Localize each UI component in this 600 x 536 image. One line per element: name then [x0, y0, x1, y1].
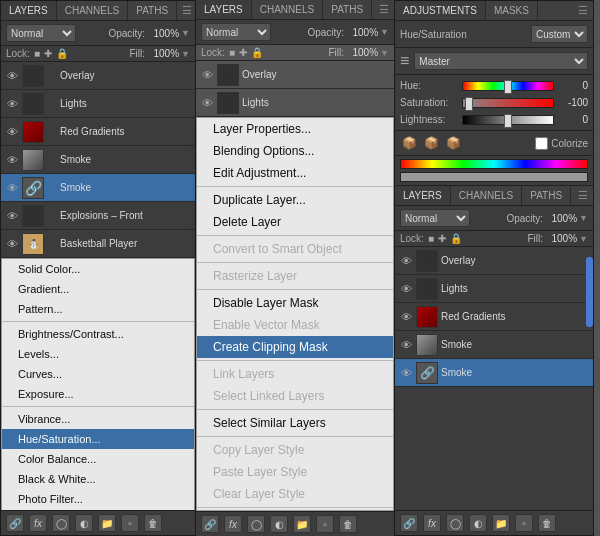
- eye-lights-right[interactable]: 👁: [399, 283, 413, 295]
- fx-btn-left[interactable]: fx: [29, 514, 47, 532]
- tab-paths-mid[interactable]: PATHS: [323, 0, 372, 19]
- tab-layers-right-bot[interactable]: LAYERS: [395, 186, 451, 205]
- tab-masks-right[interactable]: MASKS: [486, 1, 538, 20]
- lock-all-icon[interactable]: 🔒: [56, 48, 68, 59]
- eye-smoke2-left[interactable]: 👁: [5, 182, 19, 194]
- ctx-curves[interactable]: Curves...: [2, 364, 194, 384]
- ctx-create-clip[interactable]: Create Clipping Mask: [197, 336, 393, 358]
- fx-btn-right[interactable]: fx: [423, 514, 441, 532]
- link-layers-btn-mid[interactable]: 🔗: [201, 515, 219, 533]
- mask-btn-mid[interactable]: ◯: [247, 515, 265, 533]
- eye-smoke1-right[interactable]: 👁: [399, 339, 413, 351]
- new-layer-btn-mid[interactable]: ▫: [316, 515, 334, 533]
- panel-menu-mid[interactable]: ☰: [374, 0, 394, 19]
- mask-btn-left[interactable]: ◯: [52, 514, 70, 532]
- link-layers-btn-right[interactable]: 🔗: [400, 514, 418, 532]
- tab-channels-left[interactable]: CHANNELS: [57, 1, 128, 20]
- layer-row-redgrad-right[interactable]: 👁 Red Gradients: [395, 303, 593, 331]
- ctx-solidcolor[interactable]: Solid Color...: [2, 259, 194, 279]
- ctx-colorbal[interactable]: Color Balance...: [2, 449, 194, 469]
- lock-all-icon-mid[interactable]: 🔒: [251, 47, 263, 58]
- eye-overlay-mid[interactable]: 👁: [200, 69, 214, 81]
- adj-btn-mid[interactable]: ◐: [270, 515, 288, 533]
- light-slider-thumb[interactable]: [504, 114, 512, 128]
- opacity-arrow-left[interactable]: ▼: [181, 28, 190, 38]
- ctx-gradient[interactable]: Gradient...: [2, 279, 194, 299]
- layer-row-lights-mid[interactable]: 👁 Lights: [196, 89, 394, 117]
- eye-overlay-left[interactable]: 👁: [5, 70, 19, 82]
- ctx-levels[interactable]: Levels...: [2, 344, 194, 364]
- fill-arrow-left[interactable]: ▼: [181, 49, 190, 59]
- delete-btn-mid[interactable]: 🗑: [339, 515, 357, 533]
- panel-menu-right-top[interactable]: ☰: [573, 1, 593, 20]
- adj-btn-left[interactable]: ◐: [75, 514, 93, 532]
- folder-btn-right[interactable]: 📁: [492, 514, 510, 532]
- tab-channels-mid[interactable]: CHANNELS: [252, 0, 323, 19]
- eye-lights-mid[interactable]: 👁: [200, 97, 214, 109]
- eyedropper2-btn[interactable]: 📦: [422, 134, 440, 152]
- panel-menu-left[interactable]: ☰: [177, 1, 196, 20]
- ctx-sel-similar[interactable]: Select Similar Layers: [197, 412, 393, 434]
- lock-all-icon-right-bot[interactable]: 🔒: [450, 233, 462, 244]
- ctx-blend-opts[interactable]: Blending Options...: [197, 140, 393, 162]
- opacity-arrow-right-bot[interactable]: ▼: [579, 213, 588, 223]
- layer-row-overlay-left[interactable]: 👁 Overlay: [1, 62, 195, 90]
- huesat-preset-select[interactable]: Custom: [531, 25, 588, 43]
- fx-btn-mid[interactable]: fx: [224, 515, 242, 533]
- adj-btn-right[interactable]: ◐: [469, 514, 487, 532]
- ctx-exposure[interactable]: Exposure...: [2, 384, 194, 404]
- tab-adjustments-right[interactable]: ADJUSTMENTS: [395, 1, 486, 20]
- layer-row-player-left[interactable]: 👁 ⛄ Basketball Player: [1, 230, 195, 258]
- blend-mode-select-left[interactable]: Normal: [6, 24, 76, 42]
- eye-redgrad-left[interactable]: 👁: [5, 126, 19, 138]
- layer-row-lights-right[interactable]: 👁 Lights: [395, 275, 593, 303]
- ctx-disable-mask[interactable]: Disable Layer Mask: [197, 292, 393, 314]
- layer-row-explosions-left[interactable]: 👁 Explosions – Front: [1, 202, 195, 230]
- link-layers-btn-left[interactable]: 🔗: [6, 514, 24, 532]
- hue-slider-thumb[interactable]: [504, 80, 512, 94]
- layer-row-lights-left[interactable]: 👁 Lights: [1, 90, 195, 118]
- light-slider-track[interactable]: [462, 115, 554, 125]
- layers-scrollbar-right[interactable]: [586, 257, 593, 327]
- ctx-pattern[interactable]: Pattern...: [2, 299, 194, 319]
- eye-explosions-left[interactable]: 👁: [5, 210, 19, 222]
- ctx-photofilt[interactable]: Photo Filter...: [2, 489, 194, 509]
- ctx-vibrance[interactable]: Vibrance...: [2, 409, 194, 429]
- eye-overlay-right[interactable]: 👁: [399, 255, 413, 267]
- blend-mode-select-right-bot[interactable]: Normal: [400, 209, 470, 227]
- eye-redgrad-right[interactable]: 👁: [399, 311, 413, 323]
- tab-paths-right-bot[interactable]: PATHS: [522, 186, 571, 205]
- eye-lights-left[interactable]: 👁: [5, 98, 19, 110]
- eyedropper3-btn[interactable]: 📦: [444, 134, 462, 152]
- layer-row-smoke2-left[interactable]: 👁 🔗 Smoke: [1, 174, 195, 202]
- new-layer-btn-left[interactable]: ▫: [121, 514, 139, 532]
- layer-row-redgrad-left[interactable]: 👁 Red Gradients: [1, 118, 195, 146]
- layer-row-smoke2-right[interactable]: 👁 🔗 Smoke: [395, 359, 593, 387]
- eye-smoke1-left[interactable]: 👁: [5, 154, 19, 166]
- ctx-huesat[interactable]: Hue/Saturation...: [2, 429, 194, 449]
- lock-position-icon-mid[interactable]: ✚: [239, 47, 247, 58]
- lock-pixels-icon-right-bot[interactable]: ■: [428, 233, 434, 244]
- sat-slider-thumb[interactable]: [465, 97, 473, 111]
- lock-pixels-icon[interactable]: ■: [34, 48, 40, 59]
- panel-menu-right-bot[interactable]: ☰: [573, 186, 593, 205]
- ctx-edit-adj[interactable]: Edit Adjustment...: [197, 162, 393, 184]
- hue-slider-track[interactable]: [462, 81, 554, 91]
- tab-layers-left[interactable]: LAYERS: [1, 1, 57, 20]
- tab-paths-left[interactable]: PATHS: [128, 1, 177, 20]
- ctx-dup-layer[interactable]: Duplicate Layer...: [197, 189, 393, 211]
- fill-arrow-right-bot[interactable]: ▼: [579, 234, 588, 244]
- lock-position-icon[interactable]: ✚: [44, 48, 52, 59]
- ctx-layer-props[interactable]: Layer Properties...: [197, 118, 393, 140]
- ctx-del-layer[interactable]: Delete Layer: [197, 211, 393, 233]
- layer-row-smoke1-right[interactable]: 👁 Smoke: [395, 331, 593, 359]
- huesat-reorder-icon[interactable]: ≡: [400, 52, 409, 70]
- huesat-channel-select[interactable]: Master: [414, 52, 588, 70]
- lock-pixels-icon-mid[interactable]: ■: [229, 47, 235, 58]
- ctx-bc[interactable]: Brightness/Contrast...: [2, 324, 194, 344]
- mask-btn-right[interactable]: ◯: [446, 514, 464, 532]
- sat-slider-track[interactable]: [462, 98, 554, 108]
- ctx-bw[interactable]: Black & White...: [2, 469, 194, 489]
- delete-btn-left[interactable]: 🗑: [144, 514, 162, 532]
- layer-row-smoke1-left[interactable]: 👁 Smoke: [1, 146, 195, 174]
